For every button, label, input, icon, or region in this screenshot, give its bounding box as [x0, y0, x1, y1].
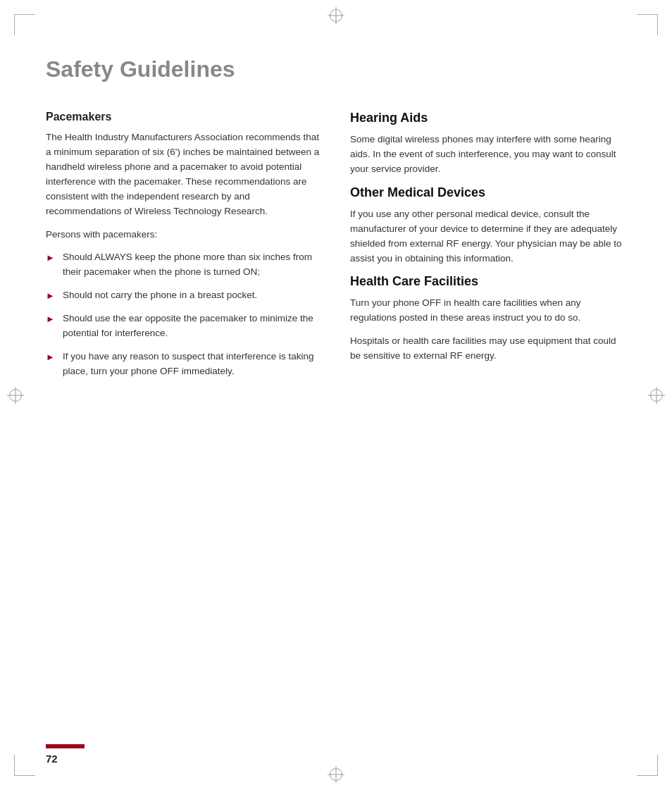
bullet-text-1: Should ALWAYS keep the phone more than s… [63, 250, 322, 280]
bullet-text-4: If you have any reason to suspect that i… [63, 350, 322, 379]
left-column: Pacemakers The Health Industry Manufactu… [46, 111, 322, 388]
crosshair-left-middle [7, 387, 24, 404]
bullet-arrow-2: ► [46, 289, 57, 303]
crosshair-top-center [328, 7, 344, 24]
health-care-body2: Hospitals or health care facilities may … [350, 334, 626, 364]
pacemakers-heading: Pacemakers [46, 111, 322, 123]
corner-mark-top-right [637, 14, 658, 35]
bullet-item-3: ► Should use the ear opposite the pacema… [46, 311, 322, 341]
bullet-item-1: ► Should ALWAYS keep the phone more than… [46, 250, 322, 280]
pacemaker-bullet-list: ► Should ALWAYS keep the phone more than… [46, 250, 322, 379]
bullet-arrow-1: ► [46, 251, 57, 265]
hearing-aids-heading: Hearing Aids [350, 111, 626, 125]
hearing-aids-body: Some digital wireless phones may interfe… [350, 132, 626, 177]
corner-mark-bottom-right [637, 755, 658, 776]
bullet-text-2: Should not carry the phone in a breast p… [63, 288, 257, 303]
other-devices-body: If you use any other personal medical de… [350, 207, 626, 266]
corner-mark-bottom-left [14, 755, 35, 776]
page-number: 72 [46, 753, 58, 765]
other-devices-heading: Other Medical Devices [350, 185, 626, 200]
right-column: Hearing Aids Some digital wireless phone… [350, 111, 626, 388]
bullet-arrow-3: ► [46, 312, 57, 326]
page: Safety Guidelines Pacemakers The Health … [0, 0, 672, 790]
content-area: Safety Guidelines Pacemakers The Health … [46, 56, 626, 734]
bullet-item-4: ► If you have any reason to suspect that… [46, 350, 322, 379]
two-column-layout: Pacemakers The Health Industry Manufactu… [46, 111, 626, 388]
persons-intro: Persons with pacemakers: [46, 228, 322, 242]
bullet-item-2: ► Should not carry the phone in a breast… [46, 288, 322, 303]
health-care-heading: Health Care Facilities [350, 274, 626, 289]
page-number-area: 72 [46, 744, 85, 765]
page-title: Safety Guidelines [46, 56, 626, 82]
bullet-text-3: Should use the ear opposite the pacemake… [63, 311, 322, 341]
crosshair-bottom-center [328, 766, 344, 783]
red-bar [46, 744, 85, 748]
bullet-arrow-4: ► [46, 350, 57, 364]
pacemakers-body: The Health Industry Manufacturers Associ… [46, 130, 322, 219]
corner-mark-top-left [14, 14, 35, 35]
health-care-body1: Turn your phone OFF in health care facil… [350, 296, 626, 326]
crosshair-right-middle [648, 387, 665, 404]
